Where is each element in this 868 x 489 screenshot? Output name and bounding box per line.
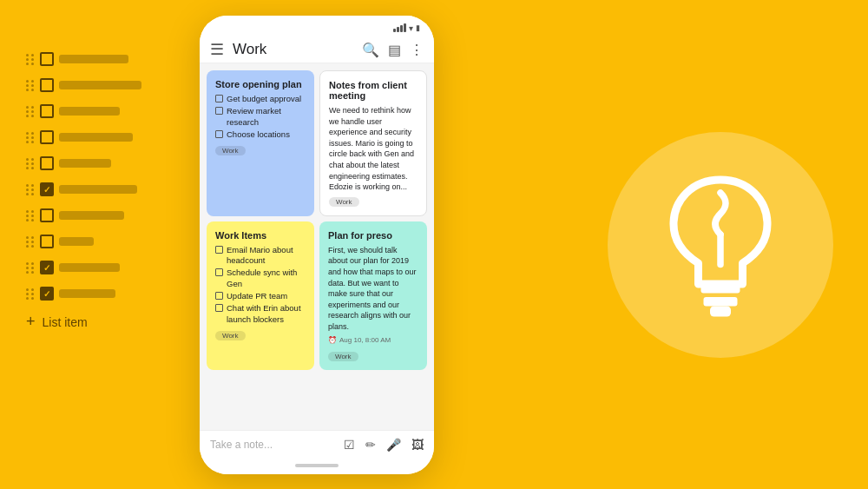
take-note-row: Take a note... ☑ ✏ 🎤 🖼 (210, 438, 424, 452)
image-icon[interactable]: 🖼 (411, 438, 424, 452)
checklist-item: Get budget approval (215, 94, 306, 104)
date-text: Aug 10, 8:00 AM (339, 336, 391, 344)
drag-handle-icon (26, 54, 35, 65)
hamburger-icon[interactable]: ☰ (210, 40, 224, 59)
battery-icon: ▮ (416, 23, 420, 32)
list-checkbox[interactable] (40, 52, 54, 66)
take-note-placeholder[interactable]: Take a note... (210, 439, 273, 451)
note-title: Store opening plan (215, 79, 306, 89)
pencil-icon[interactable]: ✏ (365, 438, 376, 452)
note-store-opening[interactable]: Store opening plan Get budget approval R… (207, 70, 314, 216)
list-checkbox[interactable] (40, 156, 54, 170)
search-icon[interactable]: 🔍 (362, 42, 379, 58)
status-bar: ▾ ▮ (200, 16, 434, 36)
checkbox-icon[interactable]: ☑ (344, 438, 355, 452)
plus-icon: + (26, 313, 36, 331)
note-checklist: Email Mario about headcount Schedule syn… (215, 245, 306, 325)
note-work-items[interactable]: Work Items Email Mario about headcount S… (207, 221, 314, 370)
drag-handle-icon (26, 262, 35, 274)
note-tag: Work (215, 331, 246, 340)
list-item-bar (59, 159, 111, 168)
note-checklist: Get budget approval Review market resear… (215, 94, 306, 140)
mic-icon[interactable]: 🎤 (386, 438, 401, 452)
header-icons: 🔍 ▤ ⋮ (362, 42, 424, 58)
note-title: Work Items (215, 230, 306, 241)
drag-handle-icon (26, 158, 35, 169)
list-checkbox[interactable] (40, 261, 54, 274)
note-title: Notes from client meeting (329, 80, 418, 101)
list-checkbox[interactable] (40, 235, 54, 248)
list-row (26, 52, 174, 66)
lightbulb-icon (651, 167, 790, 323)
list-item-bar (59, 211, 124, 220)
status-icons: ▾ ▮ (393, 23, 420, 33)
checklist-item: Email Mario about headcount (215, 245, 306, 267)
app-header: ☰ Work 🔍 ▤ ⋮ (200, 36, 434, 63)
list-checkbox[interactable] (40, 104, 54, 118)
list-checkbox[interactable] (40, 287, 54, 301)
list-checkbox[interactable] (40, 182, 54, 196)
circle-background (608, 132, 833, 358)
list-item-bar (59, 133, 133, 142)
checklist-item: Choose locations (215, 129, 306, 140)
list-row (26, 156, 174, 170)
checklist-item: Update PR team (215, 291, 306, 301)
note-title: Plan for preso (328, 230, 418, 241)
note-body: We need to rethink how we handle user ex… (329, 105, 418, 193)
list-row (26, 235, 174, 248)
more-icon[interactable]: ⋮ (410, 42, 424, 58)
note-plan-preso[interactable]: Plan for preso First, we should talk abo… (319, 221, 427, 370)
list-row (26, 182, 174, 196)
note-tag: Work (329, 197, 359, 207)
checklist-item: Review market research (215, 106, 306, 128)
signal-icon (393, 23, 406, 32)
note-date: ⏰ Aug 10, 8:00 AM (328, 336, 418, 344)
grid-icon[interactable]: ▤ (388, 42, 401, 58)
list-row (26, 261, 174, 274)
note-tag: Work (215, 146, 246, 155)
list-row (26, 78, 174, 92)
home-bar-area (200, 459, 434, 474)
right-panel (599, 123, 842, 367)
drag-handle-icon (26, 80, 35, 91)
checklist-item: Chat with Erin about launch blockers (215, 303, 306, 325)
svg-rect-0 (701, 284, 740, 294)
clock-icon: ⏰ (328, 336, 337, 344)
add-item-label: List item (43, 315, 88, 329)
list-item-bar (59, 107, 120, 116)
drag-handle-icon (26, 184, 35, 195)
left-checklist-panel: + List item (26, 52, 174, 331)
wifi-icon: ▾ (409, 23, 413, 33)
list-item-bar (59, 81, 141, 89)
list-row (26, 130, 174, 144)
list-checkbox[interactable] (40, 130, 54, 144)
home-bar (295, 464, 339, 467)
list-item-bar (59, 289, 115, 298)
phone-device: ▾ ▮ ☰ Work 🔍 ▤ ⋮ Store opening plan Get … (200, 16, 434, 474)
drag-handle-icon (26, 210, 35, 221)
bottom-toolbar-icons: ☑ ✏ 🎤 🖼 (344, 438, 424, 452)
drag-handle-icon (26, 132, 35, 143)
checklist-item: Schedule sync with Gen (215, 268, 306, 289)
list-row (26, 287, 174, 301)
svg-rect-2 (710, 306, 731, 316)
note-tag: Work (328, 352, 358, 361)
list-checkbox[interactable] (40, 78, 54, 92)
app-title: Work (233, 41, 362, 58)
list-item-bar (59, 55, 128, 63)
list-item-bar (59, 185, 137, 194)
list-item-bar (59, 237, 94, 246)
drag-handle-icon (26, 106, 35, 117)
list-item-bar (59, 263, 120, 272)
drag-handle-icon (26, 236, 35, 248)
notes-grid: Store opening plan Get budget approval R… (200, 63, 434, 430)
drag-handle-icon (26, 288, 35, 300)
list-checkbox[interactable] (40, 208, 54, 222)
list-row (26, 208, 174, 222)
bottom-bar: Take a note... ☑ ✏ 🎤 🖼 (200, 430, 434, 459)
note-client-meeting[interactable]: Notes from client meeting We need to ret… (319, 70, 427, 216)
list-row (26, 104, 174, 118)
add-item-row[interactable]: + List item (26, 313, 174, 331)
note-body: First, we should talk about our plan for… (328, 245, 418, 333)
svg-rect-1 (704, 297, 738, 307)
